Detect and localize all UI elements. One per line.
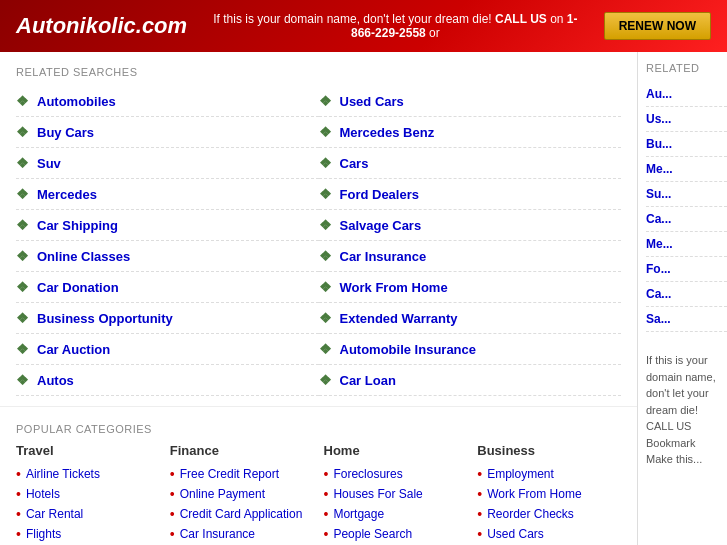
link-extended-warranty[interactable]: Extended Warranty — [340, 311, 458, 326]
link-flights[interactable]: Flights — [26, 527, 61, 541]
category-home: Home Foreclosures Houses For Sale Mortga… — [324, 443, 468, 544]
link-work-from-home[interactable]: Work From Home — [340, 280, 448, 295]
list-item: ❖ Automobiles — [16, 86, 319, 117]
arrow-icon: ❖ — [16, 279, 29, 295]
renew-button[interactable]: RENEW NOW — [604, 12, 711, 40]
link-buy-cars[interactable]: Buy Cars — [37, 125, 94, 140]
link-automobile-insurance[interactable]: Automobile Insurance — [340, 342, 477, 357]
category-finance: Finance Free Credit Report Online Paymen… — [170, 443, 314, 544]
header: Autonikolic.com If this is your domain n… — [0, 0, 727, 52]
links-right-col: ❖ Used Cars ❖ Mercedes Benz ❖ Cars ❖ For… — [319, 86, 622, 396]
link-car-loan[interactable]: Car Loan — [340, 373, 396, 388]
message-or: or — [429, 26, 440, 40]
list-item: Free Credit Report — [170, 464, 314, 484]
list-item: ❖ Car Donation — [16, 272, 319, 303]
link-online-classes[interactable]: Online Classes — [37, 249, 130, 264]
list-item: People Search — [324, 524, 468, 544]
list-item: ❖ Used Cars — [319, 86, 622, 117]
sidebar-link[interactable]: Sa... — [646, 307, 727, 332]
list-item: Hotels — [16, 484, 160, 504]
list-item: Flights — [16, 524, 160, 544]
site-title: Autonikolic.com — [16, 13, 187, 39]
link-autos[interactable]: Autos — [37, 373, 74, 388]
categories-grid: Travel Airline Tickets Hotels Car Rental… — [0, 443, 637, 544]
link-mortgage[interactable]: Mortgage — [333, 507, 384, 521]
link-hotels[interactable]: Hotels — [26, 487, 60, 501]
main-wrapper: RELATED SEARCHES ❖ Automobiles ❖ Buy Car… — [0, 52, 727, 545]
category-business: Business Employment Work From Home Reord… — [477, 443, 621, 544]
content-area: RELATED SEARCHES ❖ Automobiles ❖ Buy Car… — [0, 52, 637, 545]
call-us-label: CALL US — [495, 12, 547, 26]
sidebar-link[interactable]: Au... — [646, 82, 727, 107]
category-business-title: Business — [477, 443, 621, 458]
link-car-rental[interactable]: Car Rental — [26, 507, 83, 521]
message-on: on — [550, 12, 563, 26]
list-item: ❖ Car Insurance — [319, 241, 622, 272]
link-used-cars[interactable]: Used Cars — [340, 94, 404, 109]
link-salvage-cars[interactable]: Salvage Cars — [340, 218, 422, 233]
popular-categories-label: POPULAR CATEGORIES — [0, 406, 637, 443]
link-free-credit-report[interactable]: Free Credit Report — [180, 467, 279, 481]
sidebar-link[interactable]: Ca... — [646, 207, 727, 232]
link-car-insurance[interactable]: Car Insurance — [340, 249, 427, 264]
sidebar-link[interactable]: Me... — [646, 232, 727, 257]
sidebar-link[interactable]: Ca... — [646, 282, 727, 307]
link-online-payment[interactable]: Online Payment — [180, 487, 265, 501]
link-automobiles[interactable]: Automobiles — [37, 94, 116, 109]
arrow-icon: ❖ — [16, 248, 29, 264]
related-searches-label: RELATED SEARCHES — [0, 62, 637, 86]
link-foreclosures[interactable]: Foreclosures — [333, 467, 402, 481]
arrow-icon: ❖ — [16, 186, 29, 202]
link-car-donation[interactable]: Car Donation — [37, 280, 119, 295]
arrow-icon: ❖ — [319, 372, 332, 388]
category-home-title: Home — [324, 443, 468, 458]
arrow-icon: ❖ — [16, 341, 29, 357]
link-work-from-home-biz[interactable]: Work From Home — [487, 487, 581, 501]
arrow-icon: ❖ — [16, 155, 29, 171]
link-cars[interactable]: Cars — [340, 156, 369, 171]
list-item: Used Cars — [477, 524, 621, 544]
arrow-icon: ❖ — [319, 93, 332, 109]
arrow-icon: ❖ — [319, 124, 332, 140]
list-item: Houses For Sale — [324, 484, 468, 504]
list-item: Airline Tickets — [16, 464, 160, 484]
arrow-icon: ❖ — [16, 93, 29, 109]
arrow-icon: ❖ — [319, 310, 332, 326]
list-item: Credit Card Application — [170, 504, 314, 524]
link-mercedes[interactable]: Mercedes — [37, 187, 97, 202]
list-item: ❖ Salvage Cars — [319, 210, 622, 241]
right-sidebar: RELATED Au... Us... Bu... Me... Su... Ca… — [637, 52, 727, 545]
sidebar-link[interactable]: Su... — [646, 182, 727, 207]
list-item: Employment — [477, 464, 621, 484]
sidebar-link[interactable]: Me... — [646, 157, 727, 182]
arrow-icon: ❖ — [16, 217, 29, 233]
sidebar-link[interactable]: Us... — [646, 107, 727, 132]
link-credit-card-application[interactable]: Credit Card Application — [180, 507, 303, 521]
link-reorder-checks[interactable]: Reorder Checks — [487, 507, 574, 521]
list-item: Foreclosures — [324, 464, 468, 484]
list-item: ❖ Ford Dealers — [319, 179, 622, 210]
link-people-search[interactable]: People Search — [333, 527, 412, 541]
link-ford-dealers[interactable]: Ford Dealers — [340, 187, 419, 202]
sidebar-link[interactable]: Bu... — [646, 132, 727, 157]
link-airline-tickets[interactable]: Airline Tickets — [26, 467, 100, 481]
list-item: ❖ Mercedes Benz — [319, 117, 622, 148]
link-houses-for-sale[interactable]: Houses For Sale — [333, 487, 422, 501]
sidebar-link[interactable]: Fo... — [646, 257, 727, 282]
links-grid: ❖ Automobiles ❖ Buy Cars ❖ Suv ❖ Mercede… — [0, 86, 637, 396]
link-used-cars-biz[interactable]: Used Cars — [487, 527, 544, 541]
link-car-shipping[interactable]: Car Shipping — [37, 218, 118, 233]
link-car-insurance-fin[interactable]: Car Insurance — [180, 527, 255, 541]
link-mercedes-benz[interactable]: Mercedes Benz — [340, 125, 435, 140]
link-business-opportunity[interactable]: Business Opportunity — [37, 311, 173, 326]
link-suv[interactable]: Suv — [37, 156, 61, 171]
category-travel: Travel Airline Tickets Hotels Car Rental… — [16, 443, 160, 544]
header-message: If this is your domain name, don't let y… — [187, 12, 604, 40]
link-car-auction[interactable]: Car Auction — [37, 342, 110, 357]
list-item: Reorder Checks — [477, 504, 621, 524]
list-item: ❖ Cars — [319, 148, 622, 179]
link-employment[interactable]: Employment — [487, 467, 554, 481]
list-item: ❖ Online Classes — [16, 241, 319, 272]
arrow-icon: ❖ — [319, 248, 332, 264]
arrow-icon: ❖ — [319, 186, 332, 202]
